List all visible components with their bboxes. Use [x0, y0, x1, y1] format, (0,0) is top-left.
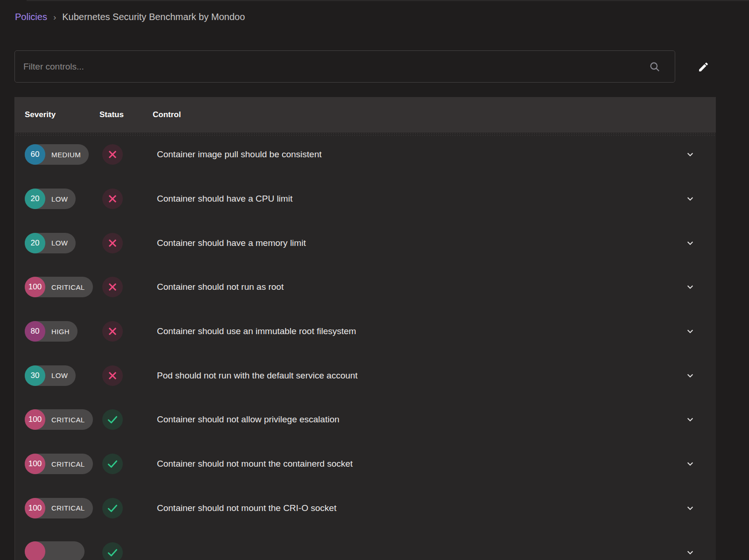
- column-header-severity: Severity: [25, 110, 99, 119]
- page-title: Kubernetes Security Benchmark by Mondoo: [62, 12, 245, 22]
- status-icon: [102, 144, 123, 165]
- severity-label: CRITICAL: [45, 504, 93, 512]
- status-icon: [102, 498, 123, 518]
- status-icon: [102, 365, 123, 386]
- severity-score: 100: [25, 454, 45, 474]
- check-mark-icon: [106, 458, 119, 470]
- edit-button[interactable]: [692, 56, 714, 78]
- severity-score: 20: [25, 233, 45, 253]
- table-row[interactable]: 30 LOW Pod should not run with the defau…: [15, 353, 716, 398]
- chevron-down-icon[interactable]: [685, 326, 696, 337]
- chevron-down-icon[interactable]: [685, 149, 696, 160]
- severity-score: 100: [25, 498, 45, 518]
- check-mark-icon: [106, 413, 119, 426]
- table-body: 60 MEDIUM Container image pull should be…: [15, 133, 716, 560]
- filter-controls-field: [14, 50, 675, 83]
- table-row[interactable]: 60 MEDIUM Container image pull should be…: [15, 133, 716, 177]
- x-mark-icon: [106, 370, 119, 382]
- status-icon: [102, 277, 123, 297]
- severity-score: 80: [25, 321, 45, 342]
- control-title: Pod should not run with the default serv…: [153, 371, 664, 381]
- control-title: Container should have a memory limit: [153, 238, 664, 248]
- chevron-down-icon[interactable]: [685, 547, 696, 558]
- status-icon: [102, 233, 123, 253]
- filter-controls-input[interactable]: [15, 51, 649, 82]
- severity-score: 30: [25, 365, 45, 386]
- control-title: Container should use an immutable root f…: [153, 326, 664, 336]
- control-title: Container should have a CPU limit: [153, 194, 664, 204]
- chevron-down-icon[interactable]: [685, 281, 696, 293]
- status-icon: [102, 321, 123, 342]
- severity-label: CRITICAL: [45, 416, 93, 424]
- status-icon: [102, 409, 123, 430]
- table-row[interactable]: 100 CRITICAL Container should not mount …: [15, 442, 716, 486]
- check-mark-icon: [106, 502, 119, 514]
- x-mark-icon: [106, 325, 119, 337]
- table-row[interactable]: 20 LOW Container should have a CPU limit: [15, 177, 716, 221]
- severity-badge: 60 MEDIUM: [25, 144, 89, 165]
- severity-score: 100: [25, 409, 45, 430]
- severity-label: CRITICAL: [45, 283, 93, 291]
- severity-score: 60: [25, 144, 45, 165]
- chevron-down-icon[interactable]: [685, 503, 696, 514]
- severity-badge: 100 CRITICAL: [25, 454, 93, 474]
- x-mark-icon: [106, 148, 119, 161]
- control-title: Container should not mount the container…: [153, 459, 664, 469]
- x-mark-icon: [106, 281, 119, 293]
- chevron-down-icon[interactable]: [685, 238, 696, 249]
- search-icon: [649, 61, 661, 73]
- control-title: Container should not mount the CRI-O soc…: [153, 503, 664, 513]
- table-row[interactable]: 20 LOW Container should have a memory li…: [15, 221, 716, 265]
- check-mark-icon: [106, 546, 119, 559]
- x-mark-icon: [106, 237, 119, 249]
- severity-score: 20: [25, 189, 45, 209]
- table-header-row: Severity Status Control: [15, 97, 716, 133]
- severity-label: HIGH: [45, 328, 78, 336]
- column-header-control: Control: [153, 110, 664, 119]
- status-icon: [102, 542, 123, 560]
- table-row[interactable]: 100 CRITICAL Container should not run as…: [15, 265, 716, 309]
- top-divider: [27, 0, 749, 1]
- table-row[interactable]: 100 CRITICAL Container should not mount …: [15, 486, 716, 531]
- severity-label: LOW: [45, 239, 76, 247]
- status-icon: [102, 189, 123, 209]
- status-icon: [102, 454, 123, 474]
- severity-badge: 100 CRITICAL: [25, 277, 93, 297]
- chevron-down-icon[interactable]: [685, 458, 696, 469]
- pencil-icon: [698, 61, 709, 73]
- severity-badge: 100 CRITICAL: [25, 409, 93, 430]
- control-title: Container should not allow privilege esc…: [153, 414, 664, 425]
- x-mark-icon: [106, 193, 119, 205]
- severity-score: [25, 541, 45, 560]
- severity-label: MEDIUM: [45, 151, 89, 159]
- table-row[interactable]: 100 CRITICAL Container should not allow …: [15, 398, 716, 442]
- table-row[interactable]: 80 HIGH Container should use an immutabl…: [15, 309, 716, 354]
- severity-badge: [25, 541, 85, 560]
- severity-badge: 20 LOW: [25, 233, 76, 253]
- breadcrumb-separator-icon: ›: [53, 12, 56, 22]
- controls-table: Severity Status Control 60 MEDIUM Contai…: [14, 97, 716, 560]
- breadcrumb-policies-link[interactable]: Policies: [15, 12, 47, 22]
- table-row[interactable]: [15, 530, 716, 560]
- control-title: Container should not run as root: [153, 282, 664, 292]
- control-title: Container image pull should be consisten…: [153, 149, 664, 160]
- breadcrumb: Policies › Kubernetes Security Benchmark…: [15, 12, 245, 22]
- severity-label: CRITICAL: [45, 460, 93, 468]
- severity-score: 100: [25, 277, 45, 297]
- chevron-down-icon[interactable]: [685, 193, 696, 204]
- severity-badge: 20 LOW: [25, 189, 76, 209]
- severity-label: LOW: [45, 371, 76, 379]
- severity-badge: 30 LOW: [25, 365, 76, 386]
- column-header-status: Status: [99, 110, 153, 119]
- chevron-down-icon[interactable]: [685, 414, 696, 425]
- severity-badge: 80 HIGH: [25, 321, 78, 342]
- severity-badge: 100 CRITICAL: [25, 498, 93, 518]
- severity-label: LOW: [45, 195, 76, 203]
- chevron-down-icon[interactable]: [685, 370, 696, 381]
